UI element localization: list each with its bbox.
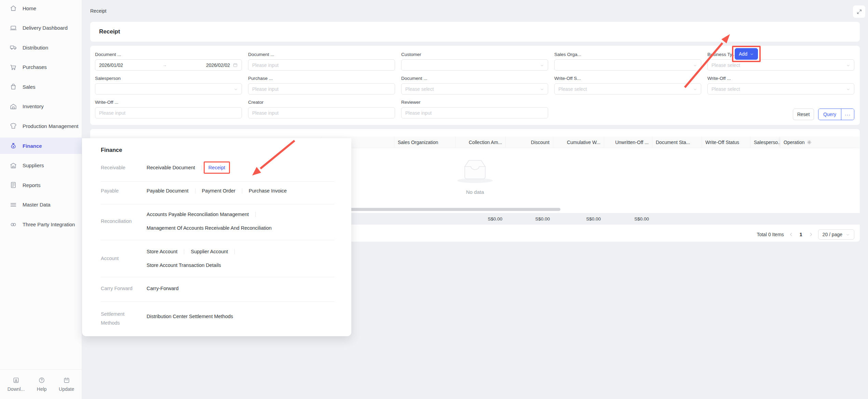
sidebar-item-label: Home [23,5,36,11]
footer-item-update[interactable]: Update [59,377,74,392]
suppliers-building-icon [10,162,17,169]
popup-section-label: Carry Forward [101,282,139,295]
select-write-off[interactable]: Please select [707,83,854,95]
input-reviewer[interactable]: Please input [401,107,548,118]
input-creator[interactable]: Please input [248,107,395,118]
sidebar-item-suppliers[interactable]: Suppliers [0,157,82,174]
menu-item-payment-order[interactable]: Payment Order [202,188,235,194]
fullscreen-icon [856,9,862,15]
horizontal-scrollbar[interactable] [342,208,560,211]
sidebar-item-production-management[interactable]: Production Management [0,118,82,134]
filter-label: Write-Off ... [707,76,854,81]
footer-item-label: Update [59,386,74,392]
menu-item-divider [242,188,242,194]
placeholder-text: Please input [99,110,238,116]
filter-field-document-1-2: Document ...Please select [401,76,548,95]
sidebar-item-three-party-integration[interactable]: Three Party Integration [0,216,82,233]
filter-label: Purchase ... [248,76,395,81]
reset-button[interactable]: Reset [793,109,814,120]
column-header-label: Write-Off Status [705,140,739,145]
chevron-down-icon [846,232,850,237]
filter-field-document-0-0: Document ...2026/01/02→2026/02/02 [95,52,242,71]
sidebar-item-reports[interactable]: Reports [0,177,82,193]
summary-value: S$0.00 [604,213,652,225]
placeholder-text: Please input [252,86,391,92]
sidebar-item-inventory[interactable]: Inventory [0,98,82,115]
menu-item-purchase-invoice[interactable]: Purchase Invoice [249,188,287,194]
popup-section-account: AccountStore AccountSupplier AccountStor… [101,240,334,277]
filter-label: Sales Orga... [554,52,701,57]
menu-item-store-account-transaction-details[interactable]: Store Account Transaction Details [147,262,221,268]
column-header-label: Discount [531,140,550,145]
filter-field-write-off-2-0: Write-Off ...Please input [95,100,242,118]
select-document[interactable]: Please select [401,83,548,95]
date-start-value[interactable]: 2026/01/02 [99,62,123,68]
input-write-off[interactable]: Please input [95,107,242,118]
input-document[interactable]: 2026/01/02→2026/02/02 [95,59,242,71]
select-salesperson[interactable] [95,83,242,95]
select-write-off-s[interactable]: Please select [554,83,701,95]
add-button[interactable]: Add [735,48,758,60]
filter-label: Document ... [401,76,548,81]
sidebar-item-master-data[interactable]: Master Data [0,197,82,213]
query-more-button[interactable]: ··· [841,109,854,120]
menu-item-receipt[interactable]: Receipt [208,165,225,170]
sidebar-item-label: Inventory [23,103,44,109]
placeholder-text: Please select [558,86,690,92]
integration-link-icon [10,221,17,228]
select-business-ty[interactable]: Please select [707,59,854,71]
sidebar-item-sales[interactable]: Sales [0,79,82,95]
menu-item-accounts-payable-reconciliation-management[interactable]: Accounts Payable Reconciliation Manageme… [147,212,249,217]
popup-section-carry-forward: Carry ForwardCarry-Forward [101,277,334,301]
sidebar-item-finance[interactable]: Finance [0,138,82,154]
menu-item-payable-document[interactable]: Payable Document [147,188,189,194]
prev-page-button[interactable] [789,232,794,237]
sidebar-item-purchases[interactable]: Purchases [0,59,82,75]
menu-item-divider [202,165,202,170]
sidebar-item-home[interactable]: Home [0,0,82,16]
menu-item-management-of-accounts-receivable-and-reconciliation[interactable]: Management Of Accounts Receivable And Re… [147,225,272,231]
filter-field-creator-2-1: CreatorPlease input [248,100,395,118]
column-header-label: Salesperso... [754,140,780,145]
date-end-value[interactable]: 2026/02/02 [206,62,230,68]
production-chef-hat-icon [10,123,17,130]
sidebar-item-distribution[interactable]: Distribution [0,39,82,56]
input-document[interactable]: Please input [248,59,395,71]
footer-item-label: Help [37,386,47,392]
column-header-salesperso: Salesperso... [750,137,780,148]
filter-field-write-off-s-1-3: Write-Off S...Please select [554,76,701,95]
footer-item-downl[interactable]: Downl... [8,377,25,392]
sidebar-item-label: Three Party Integration [23,222,75,227]
footer-item-help[interactable]: Help [37,377,47,392]
gear-icon[interactable] [806,140,812,145]
column-header-unwritten-off: Unwritten-Off ... [604,137,652,148]
menu-item-store-account[interactable]: Store Account [147,249,177,254]
menu-item-receivable-document[interactable]: Receivable Document [147,165,195,170]
menu-item-supplier-account[interactable]: Supplier Account [191,249,228,254]
placeholder-text: Please input [405,110,544,116]
page-size-select[interactable]: 20 / page [818,229,854,240]
filter-field-customer-0-2: Customer [401,52,548,71]
query-button[interactable]: Query [818,109,841,120]
filter-field-salesperson-1-0: Salesperson [95,76,242,95]
page-title: Receipt [99,28,120,35]
select-customer[interactable] [401,59,548,71]
menu-item-distribution-center-settlement-methods[interactable]: Distribution Center Settlement Methods [147,314,233,319]
select-sales-orga[interactable] [554,59,701,71]
input-purchase[interactable]: Please input [248,83,395,95]
annotation-box-receipt: Receipt [204,161,230,174]
download-icon [13,377,19,384]
pagination: Total 0 Items 1 20 / page [757,229,854,240]
receipt-header-panel: Receipt Add Bulk advance payment More [90,22,860,42]
sidebar-item-label: Suppliers [23,162,44,168]
next-page-button[interactable] [809,232,813,237]
column-header-write-off-status: Write-Off Status [702,137,750,148]
fullscreen-button[interactable] [853,5,865,18]
sidebar-item-label: Production Management [23,123,78,129]
menu-item-carry-forward[interactable]: Carry-Forward [147,286,178,291]
column-header-document-sta: Document Sta... [652,137,702,148]
sidebar-footer: Downl...HelpUpdate [0,369,82,399]
sidebar-item-label: Reports [23,182,41,188]
sidebar-item-delivery-dashboard[interactable]: Delivery Dashboard [0,20,82,36]
filter-label: Creator [248,100,395,105]
